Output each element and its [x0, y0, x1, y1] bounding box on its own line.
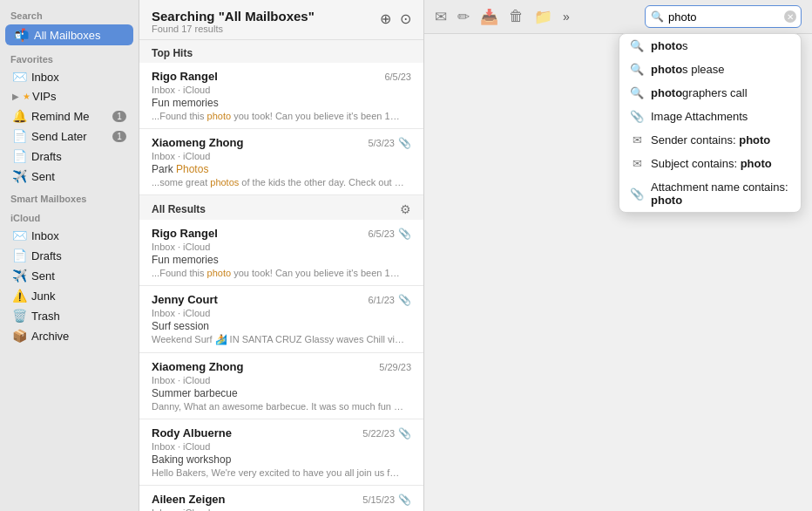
chevron-icon: ▶ — [12, 92, 19, 101]
subject-filter-icon: ✉ — [630, 157, 644, 170]
dropdown-item-photographers[interactable]: 🔍 photographers call — [619, 81, 801, 105]
email-header: Rody Albuerne 5/22/23 📎 — [152, 426, 411, 439]
drafts-icon: 📄 — [12, 149, 26, 163]
sidebar-item-drafts[interactable]: 📄 Drafts — [3, 146, 135, 166]
sidebar-item-vips[interactable]: ▶ ★ VIPs — [3, 87, 135, 106]
email-sender: Xiaomeng Zhong — [152, 360, 243, 373]
sidebar-item-label: Sent — [31, 170, 55, 183]
email-date: 5/22/23 — [362, 428, 395, 439]
mailbox-icon: 📬 — [14, 28, 29, 42]
sidebar-item-inbox[interactable]: ✉️ Inbox — [3, 67, 135, 86]
sidebar-item-icloud-drafts[interactable]: 📄 Drafts — [3, 246, 135, 265]
smart-mailboxes-label: Smart Mailboxes — [0, 187, 139, 206]
email-preview: Weekend Surf 🏄 IN SANTA CRUZ Glassy wave… — [152, 334, 404, 345]
search-suggestion-icon: 🔍 — [630, 86, 644, 99]
search-input[interactable] — [645, 5, 802, 28]
email-subject: Fun memories — [152, 254, 411, 266]
icloud-junk-icon: ⚠️ — [12, 289, 26, 303]
dropdown-item-label: photos — [651, 39, 688, 52]
sidebar-item-label: Drafts — [31, 249, 62, 262]
dropdown-item-label: Sender contains: photo — [651, 133, 770, 146]
sidebar-item-label: VIPs — [32, 90, 56, 103]
toolbar: ✉ ✏ 📥 🗑 📁 » 🔍 ✕ 🔍 photos 🔍 photos please — [424, 0, 812, 34]
sidebar-item-icloud-archive[interactable]: 📦 Archive — [3, 326, 135, 345]
all-mailboxes-label: All Mailboxes — [34, 29, 101, 42]
search-clear-button[interactable]: ✕ — [784, 10, 796, 23]
icloud-trash-icon: 🗑️ — [12, 309, 26, 323]
add-email-icon[interactable]: ⊕ — [380, 10, 391, 27]
trash-toolbar-icon[interactable]: 🗑 — [509, 8, 524, 25]
search-suggestion-icon: 🔍 — [630, 39, 644, 52]
sidebar-item-icloud-trash[interactable]: 🗑️ Trash — [3, 306, 135, 325]
email-date: 5/29/23 — [379, 362, 411, 372]
table-row[interactable]: Aileen Zeigen 5/15/23 📎 Inbox · iCloud 5… — [139, 486, 423, 511]
filter-icon[interactable]: ⊙ — [400, 10, 411, 27]
search-label: Search — [0, 7, 139, 23]
icloud-inbox-icon: ✉️ — [12, 228, 26, 242]
dropdown-item-subject-contains[interactable]: ✉ Subject contains: photo — [619, 152, 801, 175]
email-preview: ...some great photos of the kids the oth… — [152, 177, 404, 187]
sidebar-item-remind-me[interactable]: 🔔 Remind Me 1 — [3, 106, 135, 126]
dropdown-item-label: photographers call — [651, 86, 748, 99]
table-row[interactable]: Xiaomeng Zhong 5/29/23 Inbox · iCloud Su… — [139, 353, 423, 419]
sidebar-item-label: Archive — [31, 330, 69, 343]
sidebar-item-icloud-junk[interactable]: ⚠️ Junk — [3, 286, 135, 305]
header-left: Searching "All Mailboxes" Found 17 resul… — [152, 9, 315, 34]
email-date: 5/3/23 — [368, 138, 395, 148]
compose-icon[interactable]: ✏ — [457, 8, 470, 26]
table-row[interactable]: Jenny Court 6/1/23 📎 Inbox · iCloud Surf… — [139, 286, 423, 353]
more-actions-icon[interactable]: » — [563, 10, 570, 24]
email-sender: Aileen Zeigen — [152, 493, 226, 506]
email-preview: ...Found this photo you took! Can you be… — [152, 111, 404, 121]
search-dropdown: 🔍 photos 🔍 photos please 🔍 photographers… — [619, 33, 802, 213]
search-subtitle: Found 17 results — [152, 24, 315, 34]
sidebar-item-all-mailboxes[interactable]: 📬 All Mailboxes — [5, 24, 133, 45]
email-sender: Xiaomeng Zhong — [152, 136, 243, 149]
sidebar: Search 📬 All Mailboxes Favorites ✉️ Inbo… — [0, 0, 139, 511]
table-row[interactable]: Rody Albuerne 5/22/23 📎 Inbox · iCloud B… — [139, 419, 423, 486]
inbox-toolbar-icon[interactable]: ✉ — [435, 8, 447, 26]
search-title: Searching "All Mailboxes" — [152, 9, 315, 24]
table-row[interactable]: Rigo Rangel 6/5/23 Inbox · iCloud Fun me… — [139, 63, 423, 129]
icloud-archive-icon: 📦 — [12, 329, 26, 343]
email-preview: ...Found this photo you took! Can you be… — [152, 268, 404, 278]
sidebar-item-label: Remind Me — [31, 110, 89, 123]
dropdown-item-sender-contains[interactable]: ✉ Sender contains: photo — [619, 128, 801, 152]
sender-filter-icon: ✉ — [630, 133, 644, 146]
sidebar-item-icloud-sent[interactable]: ✈️ Sent — [3, 266, 135, 285]
email-preview: Danny, What an awesome barbecue. It was … — [152, 401, 404, 412]
attachment-icon: 📎 — [398, 427, 411, 439]
dropdown-item-attachment-name-contains[interactable]: 📎 Attachment name contains: photo — [619, 175, 801, 212]
remind-icon: 🔔 — [12, 109, 26, 123]
email-subject: Summer barbecue — [152, 387, 411, 399]
email-list-panel: Searching "All Mailboxes" Found 17 resul… — [139, 0, 424, 511]
folder-move-icon[interactable]: 📁 — [534, 8, 552, 26]
remind-badge: 1 — [112, 111, 126, 122]
email-date: 5/15/23 — [362, 494, 395, 505]
attachment-filter-icon: 📎 — [630, 110, 644, 123]
archive-toolbar-icon[interactable]: 📥 — [480, 8, 498, 26]
email-sender: Rigo Rangel — [152, 70, 218, 83]
search-suggestion-icon: 🔍 — [630, 63, 644, 76]
email-location: Inbox · iCloud — [152, 85, 411, 95]
sidebar-item-icloud-inbox[interactable]: ✉️ Inbox — [3, 226, 135, 245]
all-results-label: All Results — [152, 203, 206, 215]
sidebar-item-label: Junk — [31, 290, 55, 303]
icloud-drafts-icon: 📄 — [12, 249, 26, 262]
dropdown-item-photos-please[interactable]: 🔍 photos please — [619, 58, 801, 81]
email-location: Inbox · iCloud — [152, 441, 411, 452]
table-row[interactable]: Xiaomeng Zhong 5/3/23 📎 Inbox · iCloud P… — [139, 129, 423, 195]
email-subject: Park Photos — [152, 163, 411, 175]
middle-header: Searching "All Mailboxes" Found 17 resul… — [139, 0, 423, 40]
email-header: Jenny Court 6/1/23 📎 — [152, 293, 411, 306]
dropdown-item-image-attachments[interactable]: 📎 Image Attachments — [619, 105, 801, 128]
email-sender: Rigo Rangel — [152, 227, 218, 240]
gear-icon[interactable]: ⚙ — [400, 202, 411, 216]
dropdown-item-photos[interactable]: 🔍 photos — [619, 34, 801, 58]
email-subject: Surf session — [152, 320, 411, 332]
sidebar-item-send-later[interactable]: 📄 Send Later 1 — [3, 126, 135, 146]
icloud-label: iCloud — [0, 206, 139, 225]
sidebar-item-sent[interactable]: ✈️ Sent — [3, 167, 135, 186]
table-row[interactable]: Rigo Rangel 6/5/23 📎 Inbox · iCloud Fun … — [139, 220, 423, 286]
attachment-icon: 📎 — [398, 294, 411, 306]
